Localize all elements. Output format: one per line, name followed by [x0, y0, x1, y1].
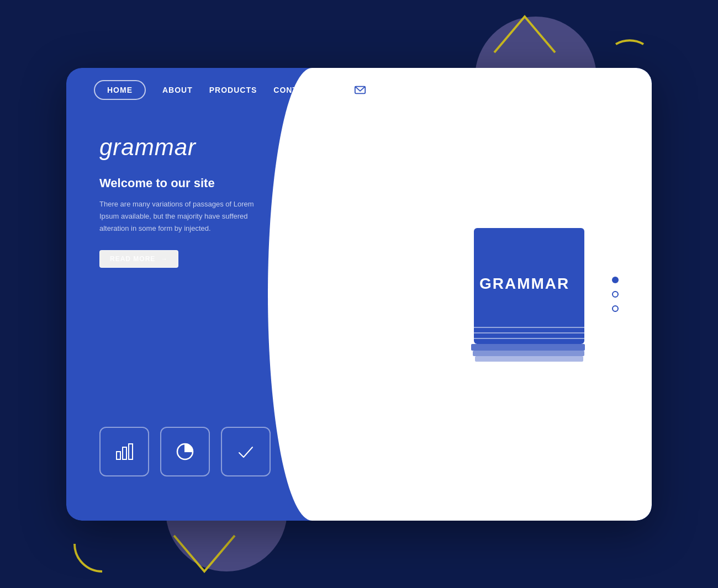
- svg-text:GRAMMAR: GRAMMAR: [479, 275, 569, 292]
- nav-contacts-link[interactable]: CONTACTS: [273, 86, 320, 94]
- nav-about-link[interactable]: ABOUT: [162, 86, 193, 94]
- read-more-label: READ MORE: [110, 255, 155, 263]
- read-more-arrow: →: [161, 255, 168, 263]
- bar-chart-box[interactable]: [99, 427, 149, 476]
- svg-rect-11: [473, 351, 584, 356]
- hero-heading: Welcome to our site: [99, 176, 265, 190]
- nav-left: HOME ABOUT PRODUCTS CONTACTS: [94, 78, 372, 102]
- pie-chart-box[interactable]: [160, 427, 210, 476]
- bg-arc-top-right: [585, 14, 646, 75]
- navbar: HOME ABOUT PRODUCTS CONTACTS LOGIN: [66, 68, 652, 112]
- login-label: LOGIN: [582, 86, 609, 94]
- svg-rect-3: [123, 447, 126, 459]
- slide-dot-2[interactable]: [612, 291, 619, 298]
- svg-rect-12: [475, 356, 583, 362]
- slide-dot-1[interactable]: [612, 277, 619, 283]
- svg-point-1: [569, 87, 573, 90]
- slide-dots: [612, 277, 619, 312]
- hero-section: grammar Welcome to our site There are ma…: [99, 134, 265, 268]
- svg-rect-2: [117, 452, 120, 459]
- hero-body-text: There are many variations of passages of…: [99, 198, 265, 235]
- bg-chevron-bottom: [171, 533, 237, 577]
- user-icon: [566, 85, 576, 95]
- nav-login-button[interactable]: LOGIN: [551, 79, 624, 101]
- svg-rect-10: [471, 344, 585, 351]
- nav-home-button[interactable]: HOME: [94, 80, 146, 100]
- nav-products-link[interactable]: PRODUCTS: [209, 86, 257, 94]
- checkmark-icon: [235, 441, 257, 463]
- grammar-book-icon: GRAMMAR: [468, 223, 601, 366]
- bar-chart-icon: [113, 441, 135, 463]
- feature-icons: [99, 427, 271, 476]
- bg-arc-bottom-left: [72, 513, 133, 574]
- book-area: GRAMMAR: [468, 223, 619, 366]
- pie-chart-icon: [174, 441, 196, 463]
- main-card: HOME ABOUT PRODUCTS CONTACTS LOGIN gramm…: [66, 68, 652, 521]
- read-more-button[interactable]: READ MORE →: [99, 250, 178, 268]
- email-icon: [354, 84, 366, 96]
- slide-dot-3[interactable]: [612, 305, 619, 312]
- nav-email-button[interactable]: [348, 78, 372, 102]
- svg-rect-4: [129, 444, 133, 459]
- checkmark-box[interactable]: [221, 427, 271, 476]
- bg-chevron-top: [492, 11, 558, 55]
- hero-title: grammar: [99, 134, 265, 161]
